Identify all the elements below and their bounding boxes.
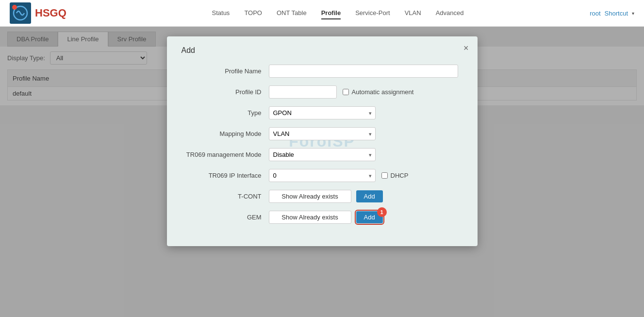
nav-shortcut[interactable]: Shortcut (605, 10, 628, 17)
nav-vlan[interactable]: VLAN (405, 7, 421, 19)
mapping-mode-select-wrapper: VLAN (269, 127, 376, 140)
gem-label: GEM (182, 214, 269, 221)
profile-id-input[interactable] (269, 85, 337, 99)
mapping-mode-row: Mapping Mode VLAN (182, 127, 463, 140)
tr069-ip-select-wrapper: 0 (269, 169, 376, 182)
mapping-mode-select[interactable]: VLAN (269, 127, 376, 140)
chevron-down-icon[interactable]: ▾ (632, 11, 634, 16)
automatic-assignment-checkbox[interactable] (343, 89, 349, 95)
profile-name-input[interactable] (269, 65, 458, 78)
gem-show-already-button[interactable]: Show Already exists (269, 211, 351, 224)
profile-name-label: Profile Name (182, 67, 269, 75)
modal-overlay: ForoISP Add × Profile Name Profile ID Au… (0, 27, 644, 317)
nav-links: Status TOPO ONT Table Profile Service-Po… (86, 7, 590, 19)
profile-id-row: Profile ID Automatic assignment (182, 85, 463, 99)
nav-service-port[interactable]: Service-Port (355, 7, 390, 19)
type-select-wrapper: GPON (269, 106, 376, 119)
dhcp-label[interactable]: DHCP (381, 172, 409, 179)
nav-right: root Shortcut ▾ (590, 10, 634, 17)
t-cont-show-already-button[interactable]: Show Already exists (269, 190, 351, 203)
dhcp-checkbox[interactable] (381, 172, 388, 179)
nav-status[interactable]: Status (212, 7, 230, 19)
gem-row: GEM Show Already exists Add 1 (182, 211, 463, 224)
type-label: Type (182, 109, 269, 117)
tr069-ip-row: TR069 IP Interface 0 DHCP (182, 169, 463, 182)
nav-advanced[interactable]: Advanced (436, 7, 464, 19)
page-content: DBA Profile Line Profile Srv Profile Dis… (0, 27, 644, 317)
type-row: Type GPON (182, 106, 463, 119)
top-navbar: HSGQ Status TOPO ONT Table Profile Servi… (0, 0, 644, 27)
tr069-mgmt-label: TR069 management Mode (182, 151, 269, 158)
modal-close-button[interactable]: × (463, 44, 469, 52)
automatic-assignment-label[interactable]: Automatic assignment (343, 88, 414, 96)
logo-text: HSGQ (35, 7, 66, 19)
nav-ont-table[interactable]: ONT Table (277, 7, 307, 19)
tr069-mgmt-select-wrapper: Disable (269, 148, 376, 161)
t-cont-row: T-CONT Show Already exists Add (182, 190, 463, 203)
tr069-ip-select[interactable]: 0 (269, 169, 376, 182)
gem-add-wrapper: Add 1 (351, 211, 383, 223)
t-cont-label: T-CONT (182, 193, 269, 200)
t-cont-add-button[interactable]: Add (356, 190, 383, 202)
tr069-ip-label: TR069 IP Interface (182, 172, 269, 179)
profile-name-row: Profile Name (182, 65, 463, 78)
nav-user: root (590, 10, 600, 17)
svg-point-2 (12, 5, 17, 10)
nav-topo[interactable]: TOPO (244, 7, 262, 19)
profile-id-label: Profile ID (182, 88, 269, 96)
tr069-mgmt-select[interactable]: Disable (269, 148, 376, 161)
logo-icon (10, 2, 31, 24)
gem-badge: 1 (377, 207, 387, 217)
nav-profile[interactable]: Profile (321, 7, 341, 19)
logo-area: HSGQ (10, 2, 66, 24)
modal-title: Add (182, 46, 463, 55)
mapping-mode-label: Mapping Mode (182, 130, 269, 137)
type-select[interactable]: GPON (269, 106, 376, 119)
add-modal: ForoISP Add × Profile Name Profile ID Au… (167, 36, 478, 246)
tr069-mgmt-row: TR069 management Mode Disable (182, 148, 463, 161)
